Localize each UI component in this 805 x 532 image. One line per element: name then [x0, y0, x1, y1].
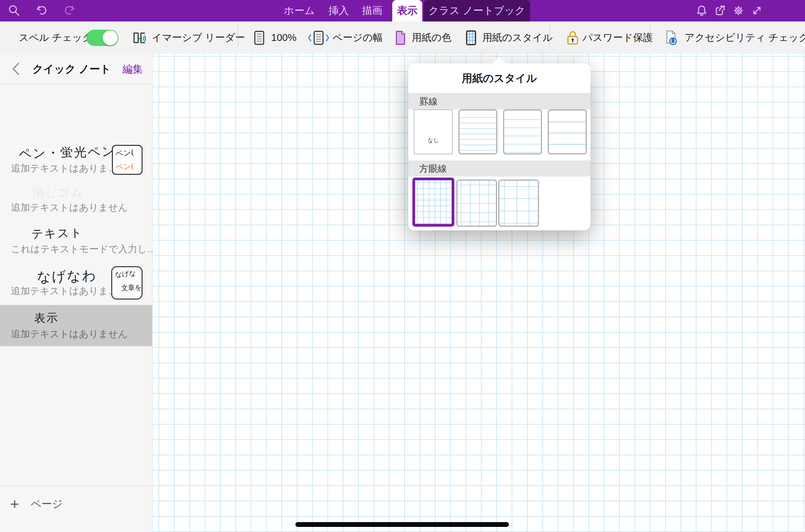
paper-style-option-ruled-wide[interactable] — [548, 109, 587, 154]
immersive-reader-icon — [131, 30, 148, 46]
ribbon-tabs: ホーム 挿入 描画 表示 クラス ノートブック — [0, 0, 805, 21]
page-item-title: テキスト — [31, 225, 83, 242]
sidebar-header: クイック ノート 編集 — [0, 54, 152, 85]
page-item-title: なげなわ — [36, 266, 97, 287]
popover-title: 用紙のスタイル — [408, 63, 590, 93]
share-icon[interactable] — [714, 4, 727, 17]
tab-draw[interactable]: 描画 — [361, 0, 383, 21]
paper-style-popover: 用紙のスタイル 罫線 なし 方眼線 — [408, 63, 590, 230]
page-list-sidebar: クイック ノート 編集 ペン・蛍光ペン 追加テキストはありま… ペン( ペン( … — [0, 54, 152, 532]
onenote-app: ホーム 挿入 描画 表示 クラス ノートブック — [0, 0, 805, 532]
add-page-label: ページ — [31, 497, 63, 511]
title-bar: ホーム 挿入 描画 表示 クラス ノートブック — [0, 0, 805, 21]
zoom-doc-icon — [251, 30, 267, 46]
page-item-lasso[interactable]: なげなわ 追加テキストはありま… なげな 文章を — [0, 263, 152, 302]
paper-style-option-grid-large[interactable] — [498, 180, 539, 227]
page-item-title: 表示 — [34, 310, 59, 326]
tab-insert[interactable]: 挿入 — [327, 0, 351, 21]
paper-style-option-none[interactable]: なし — [414, 109, 453, 154]
tab-draw-label: 描画 — [362, 4, 382, 18]
toolbar-separator — [650, 27, 650, 48]
page-item-subtitle: 追加テキストはありま… — [11, 285, 118, 298]
edit-button[interactable]: 編集 — [122, 54, 143, 85]
page-item-text[interactable]: テキスト これはテキストモードで入力し… — [0, 224, 152, 257]
tab-class-notebook-label: クラス ノートブック — [428, 4, 525, 18]
page-item-title: ペン・蛍光ペン — [18, 143, 116, 162]
page-thumbnail: なげな 文章を — [111, 266, 143, 300]
password-protect-button[interactable]: パスワード保護 — [583, 21, 653, 54]
page-item-subtitle: 追加テキストはありません — [11, 201, 128, 214]
grid-section-label: 方眼線 — [419, 163, 447, 175]
tab-view[interactable]: 表示 — [392, 0, 422, 21]
view-ribbon-toolbar: スペル チェック イマーシブ リーダー 100% ページの幅 — [0, 21, 805, 54]
sidebar-footer: + ページ — [0, 486, 152, 532]
tab-home[interactable]: ホーム — [285, 0, 314, 21]
zoom-level-button[interactable]: 100% — [271, 21, 296, 54]
paper-style-icon — [463, 30, 479, 46]
add-page-button[interactable]: + ページ — [10, 496, 63, 513]
toolbar-separator — [550, 27, 550, 48]
rule-section-header: 罫線 — [408, 93, 590, 109]
grid-section-header: 方眼線 — [408, 161, 590, 177]
page-item-view-selected[interactable]: 表示 追加テキストはありません — [0, 305, 152, 346]
page-item-title: 消しゴム — [32, 184, 84, 201]
plus-icon: + — [10, 496, 19, 513]
home-indicator-bar[interactable] — [295, 522, 509, 527]
page-thumbnail: ペン( ペン( — [112, 145, 143, 175]
rule-section-label: 罫線 — [419, 95, 438, 108]
page-item-eraser[interactable]: 消しゴム 追加テキストはありません — [0, 184, 152, 215]
back-chevron-icon[interactable] — [10, 61, 24, 76]
tab-home-label: ホーム — [284, 4, 315, 18]
tab-class-notebook[interactable]: クラス ノートブック — [424, 0, 530, 21]
none-option-label: なし — [428, 137, 439, 144]
paper-style-button[interactable]: 用紙のスタイル — [482, 21, 553, 54]
page-item-subtitle: 追加テキストはありま… — [11, 162, 118, 175]
spell-check-label: スペル チェック — [19, 21, 92, 54]
page-width-icon — [308, 30, 329, 46]
paper-style-option-grid-small-selected[interactable] — [412, 178, 454, 227]
page-width-button[interactable]: ページの幅 — [333, 21, 383, 54]
password-lock-icon — [565, 30, 581, 46]
paper-style-option-grid-medium[interactable] — [456, 180, 497, 227]
spell-check-toggle[interactable] — [86, 30, 118, 46]
notifications-bell-icon[interactable] — [695, 4, 708, 17]
paper-style-option-ruled-medium[interactable] — [503, 109, 542, 154]
thumbnail-ink-line1: なげな — [115, 269, 139, 279]
thumbnail-ink-black: ペン( — [115, 147, 139, 159]
page-item-subtitle: これはテキストモードで入力し… — [11, 243, 157, 256]
tab-insert-label: 挿入 — [328, 4, 349, 18]
toolbar-separator — [238, 27, 238, 48]
tab-view-label: 表示 — [397, 4, 418, 18]
accessibility-check-button[interactable]: アクセシビリティ チェック — [685, 21, 805, 54]
immersive-reader-button[interactable]: イマーシブ リーダー — [152, 21, 245, 54]
section-title: クイック ノート — [24, 54, 119, 85]
paper-style-option-ruled-narrow[interactable] — [458, 109, 497, 154]
toggle-knob — [103, 30, 118, 45]
thumbnail-ink-line2: 文章を — [121, 283, 139, 293]
thumbnail-ink-orange: ペン( — [115, 161, 139, 172]
page-item-subtitle: 追加テキストはありません — [11, 328, 128, 340]
accessibility-check-icon — [663, 30, 679, 46]
fullscreen-expand-icon[interactable] — [750, 4, 763, 17]
paper-color-button[interactable]: 用紙の色 — [412, 21, 452, 54]
paper-color-icon — [392, 30, 409, 46]
settings-gear-icon[interactable] — [732, 4, 745, 17]
page-item-pen-highlighter[interactable]: ペン・蛍光ペン 追加テキストはありま… ペン( ペン( — [0, 141, 152, 182]
